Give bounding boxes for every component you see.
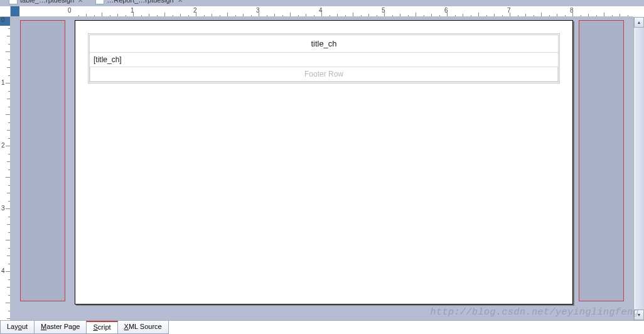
file-tab-label: …Report_…rptdesign <box>107 0 173 4</box>
table-header-cell[interactable]: title_ch <box>90 35 558 52</box>
document-icon <box>95 0 104 4</box>
ruler-segment: 4 <box>321 6 384 17</box>
ruler-segment: 7 <box>510 6 572 17</box>
file-tab-1[interactable]: …Report_…rptdesign ✕ <box>92 0 187 6</box>
ruler-segment: 4 <box>0 271 10 320</box>
table-footer-cell[interactable]: Footer Row <box>90 67 558 82</box>
ruler-segment: 1 <box>0 83 10 146</box>
ruler-segment: 3 <box>0 208 10 271</box>
vertical-scrollbar[interactable]: ▴ ▾ <box>633 17 644 320</box>
ruler-segment: 0 <box>0 20 10 83</box>
tab-layout[interactable]: Layout <box>0 321 35 334</box>
ruler-segment: 2 <box>196 6 259 17</box>
report-page[interactable]: title_ch [title_ch] Footer Row <box>75 20 573 304</box>
file-tab-0[interactable]: table_…rptdesign ✕ <box>5 0 88 6</box>
ruler-segment: 0 <box>70 6 133 17</box>
view-tabs: Layout Master Page Script XML Source <box>0 320 644 334</box>
close-icon[interactable]: ✕ <box>77 0 84 4</box>
ruler-segment: 2 <box>0 146 10 208</box>
file-tab-label: table_…rptdesign <box>20 0 74 4</box>
report-table[interactable]: title_ch [title_ch] Footer Row <box>88 33 560 84</box>
ruler-segment: 3 <box>259 6 321 17</box>
ruler-corner <box>0 6 11 17</box>
close-icon[interactable]: ✕ <box>176 0 184 4</box>
ruler-segment: 5 <box>384 6 447 17</box>
ruler-segment: 1 <box>133 6 196 17</box>
left-margin-guide <box>20 20 65 301</box>
right-margin-guide <box>579 20 624 301</box>
watermark-text: http://blog.csdn.net/yeyinglingfeng <box>430 307 639 318</box>
table-detail-cell[interactable]: [title_ch] <box>90 52 558 67</box>
ruler-segment: 6 <box>447 6 510 17</box>
ruler-segment: 8 <box>572 6 633 17</box>
vertical-ruler[interactable]: 01234 <box>0 17 11 320</box>
tab-script[interactable]: Script <box>86 321 117 334</box>
horizontal-ruler[interactable]: 012345678 <box>11 6 633 17</box>
design-canvas[interactable]: title_ch [title_ch] Footer Row <box>11 17 633 320</box>
scroll-up-button[interactable]: ▴ <box>634 17 644 28</box>
tab-xml-source[interactable]: XML Source <box>117 321 169 334</box>
editor-frame: 012345678 01234 title_ch [title_ch] Foot… <box>0 6 644 320</box>
h-ruler-selection <box>11 6 19 16</box>
document-icon <box>9 0 18 4</box>
tab-master-page[interactable]: Master Page <box>34 321 87 334</box>
